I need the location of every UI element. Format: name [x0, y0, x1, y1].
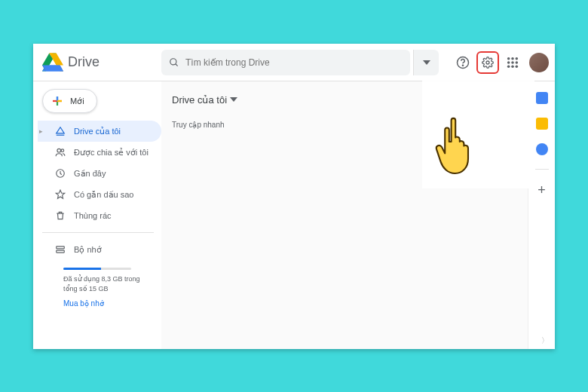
- divider: [535, 169, 549, 170]
- svg-point-13: [511, 61, 514, 64]
- body: Mới ▸ Drive của tôi Được chia sẻ với tôi: [33, 81, 555, 349]
- sidebar-item-trash[interactable]: Thùng rác: [38, 205, 161, 226]
- svg-point-14: [516, 61, 519, 64]
- sidebar-item-recent[interactable]: Gần đây: [38, 163, 161, 184]
- sidebar-item-shared[interactable]: Được chia sẻ với tôi: [38, 142, 161, 163]
- clock-icon: [54, 167, 66, 179]
- svg-point-11: [516, 57, 519, 60]
- view-tools: [473, 90, 517, 109]
- quick-access-label: Truy cập nhanh: [172, 121, 517, 129]
- svg-point-28: [507, 96, 508, 97]
- mydrive-icon: [54, 125, 66, 137]
- gear-icon: [482, 57, 494, 69]
- search-input[interactable]: [185, 57, 403, 68]
- search-bar[interactable]: [161, 50, 410, 75]
- breadcrumb[interactable]: Drive của tôi: [172, 94, 237, 106]
- help-icon: [456, 56, 470, 69]
- storage-meter: Đã sử dụng 8,3 GB trong tổng số 15 GB Mu…: [38, 260, 161, 311]
- people-icon: [54, 146, 66, 158]
- storage-bar: [63, 268, 131, 270]
- calendar-app-icon[interactable]: [536, 92, 548, 104]
- app-name: Drive: [68, 54, 100, 70]
- svg-point-8: [486, 61, 489, 64]
- side-panel: +: [528, 81, 555, 349]
- new-button[interactable]: Mới: [42, 89, 97, 113]
- sidebar-item-label: Bộ nhớ: [74, 245, 102, 255]
- sidebar-item-mydrive[interactable]: ▸ Drive của tôi: [38, 121, 161, 142]
- new-button-label: Mới: [70, 96, 84, 106]
- sidebar-item-label: Gần đây: [74, 169, 106, 179]
- caret-down-icon: [423, 60, 430, 65]
- scrollbar[interactable]: [522, 109, 526, 176]
- svg-point-15: [507, 65, 510, 68]
- svg-rect-21: [57, 247, 65, 249]
- storage-icon: [54, 243, 66, 256]
- trash-icon: [54, 210, 66, 222]
- help-button[interactable]: [452, 52, 473, 73]
- info-icon: [502, 93, 514, 106]
- svg-point-17: [516, 65, 519, 68]
- svg-point-9: [507, 57, 510, 60]
- list-icon: [476, 93, 488, 106]
- sidebar-item-label: Thùng rác: [74, 211, 112, 220]
- caret-down-icon: [230, 97, 237, 102]
- sidebar-item-storage[interactable]: Bộ nhớ: [38, 239, 161, 260]
- sidebar: Mới ▸ Drive của tôi Được chia sẻ với tôi: [33, 81, 161, 349]
- logo[interactable]: Drive: [42, 53, 155, 72]
- star-icon: [54, 188, 66, 201]
- buy-storage-link[interactable]: Mua bộ nhớ: [63, 299, 154, 308]
- caret-right-icon: ▸: [39, 127, 47, 135]
- breadcrumb-label: Drive của tôi: [172, 94, 227, 106]
- apps-grid-icon: [507, 57, 519, 69]
- keep-app-icon[interactable]: [536, 118, 548, 130]
- header: Drive: [33, 44, 555, 81]
- svg-point-4: [170, 58, 176, 64]
- list-view-button[interactable]: [473, 90, 492, 109]
- svg-line-5: [176, 63, 178, 66]
- storage-text: Đã sử dụng 8,3 GB trong tổng số 15 GB: [63, 274, 154, 293]
- app-window: Drive: [33, 44, 555, 349]
- hide-panel-button[interactable]: 〉: [541, 335, 549, 346]
- apps-button[interactable]: [502, 52, 523, 73]
- search-icon: [169, 57, 179, 68]
- main-content: Drive của tôi Truy cập nhanh: [161, 81, 528, 349]
- sidebar-item-label: Drive của tôi: [74, 127, 121, 136]
- svg-point-19: [61, 149, 64, 152]
- header-actions: [452, 51, 549, 74]
- sidebar-item-label: Được chia sẻ với tôi: [74, 148, 149, 158]
- details-button[interactable]: [499, 90, 517, 109]
- svg-point-16: [511, 65, 514, 68]
- sidebar-item-starred[interactable]: Có gắn dấu sao: [38, 184, 161, 205]
- svg-point-18: [57, 149, 61, 152]
- drive-logo-icon: [42, 53, 63, 72]
- content-header: Drive của tôi: [172, 89, 517, 110]
- divider: [42, 232, 154, 233]
- tasks-app-icon[interactable]: [536, 143, 548, 155]
- search-options-dropdown[interactable]: [413, 50, 439, 75]
- svg-point-10: [511, 57, 514, 60]
- settings-button[interactable]: [476, 51, 499, 74]
- sidebar-item-label: Có gắn dấu sao: [74, 190, 133, 200]
- svg-rect-22: [57, 250, 65, 253]
- svg-marker-3: [42, 65, 63, 71]
- svg-point-12: [507, 61, 510, 64]
- plus-icon: [51, 94, 64, 108]
- account-avatar[interactable]: [529, 53, 549, 72]
- addons-button[interactable]: +: [537, 183, 546, 197]
- svg-point-7: [462, 65, 463, 66]
